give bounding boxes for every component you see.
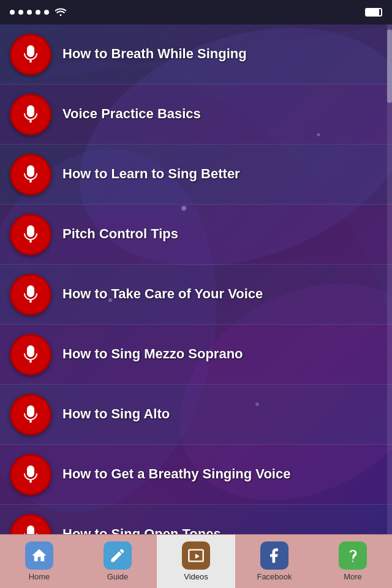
videos-icon-wrap: [182, 541, 210, 570]
list-item-text: How to Sing Alto: [62, 405, 170, 423]
guide-icon-wrap: [104, 541, 132, 570]
list-item-text: How to Learn to Sing Better: [62, 165, 240, 183]
mic-icon-wrap: [10, 214, 51, 255]
facebook-icon-wrap: [260, 541, 288, 570]
microphone-icon: [20, 164, 42, 186]
status-right: [361, 8, 382, 17]
mic-icon-wrap: [10, 94, 51, 135]
mic-icon-wrap: [10, 454, 51, 496]
signal-dot-2: [18, 10, 23, 15]
microphone-icon: [20, 524, 42, 535]
list-item-text: Voice Practice Basics: [62, 105, 201, 123]
tab-guide[interactable]: Guide: [78, 535, 157, 588]
mic-icon-wrap: [10, 274, 51, 315]
mic-icon-wrap: [10, 154, 51, 195]
list-item[interactable]: How to Learn to Sing Better: [0, 145, 392, 205]
scrollbar[interactable]: [387, 24, 392, 534]
tab-facebook[interactable]: Facebook: [235, 535, 314, 588]
list-container: How to Breath While Singing Voice Practi…: [0, 24, 392, 534]
microphone-icon: [20, 224, 42, 246]
more-icon-wrap: [339, 541, 367, 570]
list-item[interactable]: How to Sing Open Tones: [0, 505, 392, 534]
tab-home[interactable]: Home: [0, 535, 78, 588]
tab-guide-label: Guide: [107, 572, 129, 581]
microphone-icon: [20, 464, 42, 486]
tab-home-label: Home: [29, 572, 50, 581]
list-item[interactable]: How to Sing Alto: [0, 385, 392, 445]
tab-more-label: More: [344, 572, 362, 581]
microphone-icon: [20, 284, 42, 306]
home-icon-wrap: [25, 541, 53, 570]
scrollbar-thumb[interactable]: [387, 29, 392, 103]
list-item[interactable]: Pitch Control Tips: [0, 205, 392, 265]
mic-icon-wrap: [10, 34, 51, 75]
status-bar: [0, 0, 392, 24]
list-item-text: Pitch Control Tips: [62, 225, 178, 243]
list-item[interactable]: How to Get a Breathy Singing Voice: [0, 445, 392, 505]
microphone-icon: [20, 104, 42, 126]
videos-icon: [187, 547, 205, 564]
mic-icon-wrap: [10, 514, 51, 535]
microphone-icon: [20, 43, 42, 66]
guide-icon: [109, 547, 126, 564]
battery-fill: [366, 9, 379, 15]
mic-icon-wrap: [10, 394, 51, 435]
list-item-text: How to Breath While Singing: [62, 45, 247, 63]
battery-bar: [365, 8, 382, 17]
tab-bar: Home Guide Videos Facebook M: [0, 534, 392, 588]
list-item[interactable]: How to Sing Mezzo Soprano: [0, 325, 392, 385]
list-item[interactable]: How to Breath While Singing: [0, 24, 392, 85]
signal-dot-3: [27, 10, 32, 15]
tab-facebook-label: Facebook: [257, 572, 292, 581]
microphone-icon: [20, 404, 42, 426]
wifi-icon: [55, 7, 66, 18]
more-icon: [344, 547, 361, 564]
list-item-text: How to Sing Open Tones: [62, 526, 221, 534]
battery-indicator: [365, 8, 382, 17]
signal-dot-4: [36, 10, 40, 15]
signal-dot-5: [44, 10, 49, 15]
list-item-text: How to Sing Mezzo Soprano: [62, 345, 243, 363]
list-item[interactable]: How to Take Care of Your Voice: [0, 265, 392, 325]
microphone-icon: [20, 344, 42, 366]
signal-dot-1: [10, 10, 15, 15]
tab-videos[interactable]: Videos: [157, 535, 235, 588]
list-item[interactable]: Voice Practice Basics: [0, 85, 392, 145]
tab-more[interactable]: More: [314, 535, 392, 588]
tab-videos-label: Videos: [184, 572, 208, 581]
facebook-icon: [266, 547, 283, 564]
status-left: [10, 7, 66, 18]
list-item-text: How to Get a Breathy Singing Voice: [62, 466, 290, 483]
home-icon: [31, 547, 48, 564]
mic-icon-wrap: [10, 334, 51, 375]
list-items-wrapper: How to Breath While Singing Voice Practi…: [0, 24, 392, 534]
list-item-text: How to Take Care of Your Voice: [62, 285, 263, 303]
